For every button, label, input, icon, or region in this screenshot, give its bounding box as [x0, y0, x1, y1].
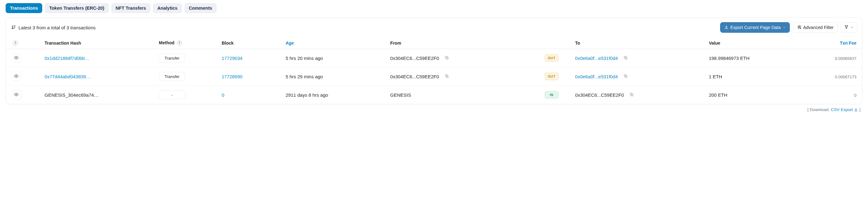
transactions-card: Latest 3 from a total of 3 transactions … [6, 17, 862, 104]
chevron-down-icon [850, 25, 854, 30]
col-to-header[interactable]: To [571, 37, 705, 49]
txn-hash: GENESIS_304ec69a74… [45, 92, 99, 98]
col-direction-header [532, 37, 571, 49]
col-method-label: Method [159, 40, 175, 45]
svg-point-3 [16, 57, 17, 58]
from-address: 0x304EC6...C59EE2F0 [390, 56, 439, 61]
block-number[interactable]: 17728990 [222, 74, 243, 79]
col-hash-header[interactable]: Transaction Hash [41, 37, 155, 49]
table-body: 0x1dd21884f7d0bb…Transfer177290345 hrs 2… [6, 49, 862, 104]
filter-dropdown-button[interactable] [841, 22, 857, 33]
direction-badge: OUT [545, 54, 558, 62]
export-label: Export Current Page Data [731, 25, 781, 30]
copy-to-button[interactable] [622, 54, 629, 62]
table-row: GENESIS_304ec69a74…-02911 days 8 hrs ago… [6, 86, 862, 104]
download-icon [854, 107, 858, 112]
export-page-data-button[interactable]: Export Current Page Data [720, 22, 790, 33]
transactions-table: ? Transaction Hash Method ? Block Age Fr… [6, 37, 862, 104]
preview-button[interactable] [11, 72, 21, 81]
table-row: 0x1dd21884f7d0bb…Transfer177290345 hrs 2… [6, 49, 862, 67]
copy-to-button[interactable] [622, 73, 629, 80]
download-prefix: [ Download: [807, 107, 831, 112]
col-preview-header: ? [6, 37, 41, 49]
from-address: 0x304EC6...C59EE2F0 [390, 74, 439, 79]
svg-point-13 [16, 94, 17, 95]
card-header: Latest 3 from a total of 3 transactions … [6, 18, 862, 37]
value-text: 200 ETH [709, 92, 727, 98]
csv-export-link[interactable]: CSV Export [831, 107, 858, 112]
value-text: 1 ETH [709, 74, 722, 79]
txn-hash[interactable]: 0x1dd21884f7d0bb… [45, 56, 89, 61]
svg-point-0 [800, 26, 800, 26]
fee-text: 0.00067173 [835, 75, 857, 79]
to-address[interactable]: 0x0e6a0f...e531f0d4 [575, 74, 618, 79]
copy-icon [623, 56, 628, 61]
sort-icon [11, 25, 16, 31]
table-head: ? Transaction Hash Method ? Block Age Fr… [6, 37, 862, 49]
age-text: 2911 days 8 hrs ago [285, 92, 328, 98]
col-hash-label: Transaction Hash [45, 41, 81, 45]
csv-export-label: CSV Export [831, 107, 853, 112]
header-actions: Export Current Page Data Advanced Filter [720, 22, 857, 33]
eye-icon [14, 74, 19, 79]
method-pill: Transfer [159, 54, 185, 62]
to-address: 0x304EC6...C59EE2F0 [575, 92, 624, 98]
col-age-header[interactable]: Age [282, 37, 386, 49]
advanced-filter-label: Advanced Filter [803, 25, 834, 30]
method-pill: Transfer [159, 72, 185, 81]
copy-from-button[interactable] [443, 73, 450, 80]
summary: Latest 3 from a total of 3 transactions [11, 25, 96, 31]
copy-to-button[interactable] [628, 92, 635, 98]
direction-badge: OUT [545, 73, 558, 80]
download-icon [724, 25, 728, 30]
chevron-down-icon [783, 25, 786, 30]
direction-badge: IN [545, 91, 558, 99]
col-value-header[interactable]: Value [705, 37, 804, 49]
eye-icon [14, 92, 19, 98]
tab-token-transfers-erc-20[interactable]: Token Transfers (ERC-20) [45, 3, 108, 13]
to-address[interactable]: 0x0e6a0f...e531f0d4 [575, 56, 618, 61]
help-icon[interactable]: ? [13, 41, 18, 45]
preview-button[interactable] [11, 90, 21, 100]
help-icon[interactable]: ? [177, 41, 182, 45]
col-from-header[interactable]: From [386, 37, 532, 49]
txn-hash[interactable]: 0x77d44abd043839… [45, 74, 91, 79]
download-footer: [ Download: CSV Export ] [6, 104, 862, 112]
copy-from-button[interactable] [443, 54, 450, 62]
tab-nft-transfers[interactable]: NFT Transfers [111, 3, 151, 13]
col-fee-header[interactable]: Txn Fee [804, 37, 862, 49]
svg-point-8 [16, 75, 17, 77]
fee-text: 0.00065637 [835, 56, 857, 61]
fee-text: 0 [854, 93, 857, 98]
svg-point-2 [800, 28, 801, 28]
age-text: 5 hrs 29 mins ago [285, 74, 323, 79]
tab-transactions[interactable]: Transactions [6, 3, 42, 13]
col-block-header[interactable]: Block [218, 37, 282, 49]
from-address: GENESIS [390, 92, 411, 98]
copy-icon [445, 56, 449, 61]
copy-icon [623, 74, 628, 79]
age-text: 5 hrs 20 mins ago [285, 56, 323, 61]
download-suffix: ] [858, 107, 861, 112]
block-number[interactable]: 17729034 [222, 56, 243, 61]
copy-icon [629, 92, 634, 98]
tabs-bar: TransactionsToken Transfers (ERC-20)NFT … [6, 3, 862, 13]
summary-text: Latest 3 from a total of 3 transactions [19, 25, 96, 30]
copy-icon [445, 74, 449, 79]
eye-icon [14, 55, 19, 61]
tab-analytics[interactable]: Analytics [153, 3, 182, 13]
value-text: 198.99846973 ETH [709, 56, 749, 61]
table-row: 0x77d44abd043839…Transfer177289905 hrs 2… [6, 67, 862, 86]
funnel-icon [844, 25, 848, 30]
col-method-header[interactable]: Method ? [155, 37, 218, 49]
svg-point-1 [798, 27, 799, 27]
advanced-filter-button[interactable]: Advanced Filter [793, 22, 838, 33]
preview-button[interactable] [11, 53, 21, 63]
sliders-icon [797, 25, 801, 30]
method-pill: - [159, 90, 185, 99]
block-number[interactable]: 0 [222, 92, 224, 98]
tab-comments[interactable]: Comments [184, 3, 217, 13]
